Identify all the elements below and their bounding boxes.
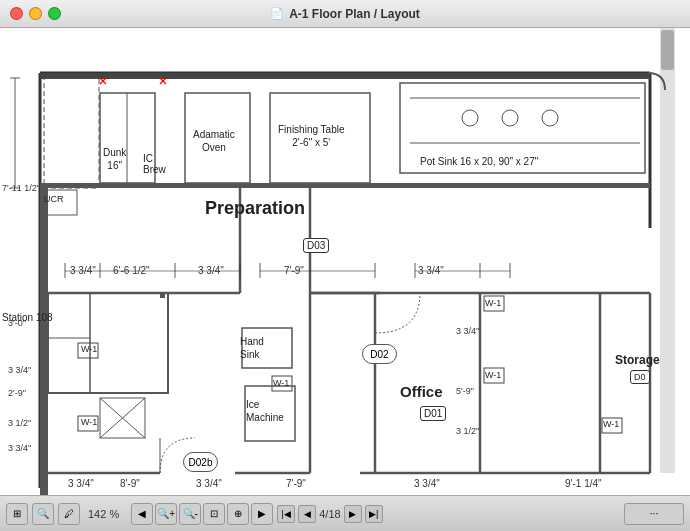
w1-label-6: W-1: [485, 298, 501, 308]
dim-b4: 7'-9": [286, 478, 306, 489]
dunk-label: Dunk16": [103, 146, 126, 172]
svg-rect-17: [40, 183, 650, 188]
document-icon: 📄: [270, 7, 284, 20]
zoom-level: 142 %: [88, 508, 119, 520]
dim-r1: 3 3/4": [456, 326, 479, 336]
adamatic-oven-label: AdamaticOven: [193, 128, 235, 154]
zoom-out[interactable]: 🔍-: [179, 503, 201, 525]
ice-machine-label: IceMachine: [246, 398, 284, 424]
next-page-btn[interactable]: ▶: [344, 505, 362, 523]
window-controls: [10, 7, 61, 20]
dim-4: 7'-9": [284, 265, 304, 276]
ic-brew-label: ICBrew: [143, 153, 166, 175]
dim-b6: 9'-1 1/4": [565, 478, 602, 489]
preparation-label: Preparation: [205, 198, 305, 219]
dim-l3: 3 3/4": [8, 365, 31, 375]
dim-b1: 3 3/4": [68, 478, 94, 489]
tool-btn-3[interactable]: 🖊: [58, 503, 80, 525]
dim-r3: 3 1/2": [456, 426, 479, 436]
page-navigation: |◀ ◀ 4/18 ▶ ▶|: [277, 505, 382, 523]
hand-sink-label: HandSink: [240, 335, 264, 361]
prev-page-btn[interactable]: ◀: [298, 505, 316, 523]
w1-label-4: W-1: [485, 370, 501, 380]
dim-1: 3 3/4": [70, 265, 96, 276]
door-label-d0: D0: [630, 370, 650, 384]
svg-rect-5: [40, 73, 650, 79]
zoom-custom[interactable]: ⊕: [227, 503, 249, 525]
dim-l2: 3'-0": [8, 318, 26, 328]
minimize-button[interactable]: [29, 7, 42, 20]
zoom-next[interactable]: ▶: [251, 503, 273, 525]
first-page-btn[interactable]: |◀: [277, 505, 295, 523]
door-label-d02: D02: [362, 344, 397, 364]
last-page-btn[interactable]: ▶|: [365, 505, 383, 523]
finishing-table-label: Finishing Table2'-6" x 5': [278, 123, 345, 149]
pot-sink-label: Pot Sink 16 x 20, 90" x 27": [420, 156, 538, 167]
tool-btn-2[interactable]: 🔍: [32, 503, 54, 525]
maximize-button[interactable]: [48, 7, 61, 20]
settings-btn[interactable]: ···: [624, 503, 684, 525]
dim-b5: 3 3/4": [414, 478, 440, 489]
floor-plan-svg: [0, 28, 675, 495]
dim-l1: 7'-11 1/2": [2, 183, 40, 193]
storage-label: StoraStoragege: [615, 353, 660, 367]
floor-plan-canvas[interactable]: Preparation D03 Office D01 D02 D02b Stat…: [0, 28, 690, 495]
dim-b2: 8'-9": [120, 478, 140, 489]
close-button[interactable]: [10, 7, 23, 20]
w1-label-5: W-1: [603, 419, 619, 429]
page-info: 4/18: [319, 508, 340, 520]
dim-l5: 3 1/2": [8, 418, 31, 428]
door-label-d02b: D01: [420, 406, 446, 421]
w1-label-3: W-1: [273, 378, 289, 388]
dim-r2: 5'-9": [456, 386, 474, 396]
zoom-prev[interactable]: ◀: [131, 503, 153, 525]
fit-btn[interactable]: ⊡: [203, 503, 225, 525]
dim-l4: 2'-9": [8, 388, 26, 398]
dim-2: 6'-6 1/2": [113, 265, 150, 276]
svg-rect-72: [661, 30, 674, 70]
dim-l6: 3 3/4": [8, 443, 31, 453]
w1-label-2: W-1: [81, 417, 97, 427]
ucr-label: UCR: [44, 194, 64, 204]
title-bar: 📄 A-1 Floor Plan / Layout: [0, 0, 690, 28]
svg-rect-71: [660, 28, 675, 473]
dim-b3: 3 3/4": [196, 478, 222, 489]
dim-3: 3 3/4": [198, 265, 224, 276]
dim-5: 3 3/4": [418, 265, 444, 276]
window-title: A-1 Floor Plan / Layout: [289, 7, 420, 21]
office-label: Office: [400, 383, 443, 400]
svg-rect-22: [40, 188, 48, 495]
w1-label-1: W-1: [81, 344, 97, 354]
door-label-d03: D03: [303, 238, 329, 253]
tool-btn-1[interactable]: ⊞: [6, 503, 28, 525]
bottom-toolbar: ⊞ 🔍 🖊 142 % ◀ 🔍+ 🔍- ⊡ ⊕ ▶ |◀ ◀ 4/18 ▶ ▶|…: [0, 495, 690, 531]
door-label-d01: D02b: [183, 452, 218, 472]
zoom-in[interactable]: 🔍+: [155, 503, 177, 525]
